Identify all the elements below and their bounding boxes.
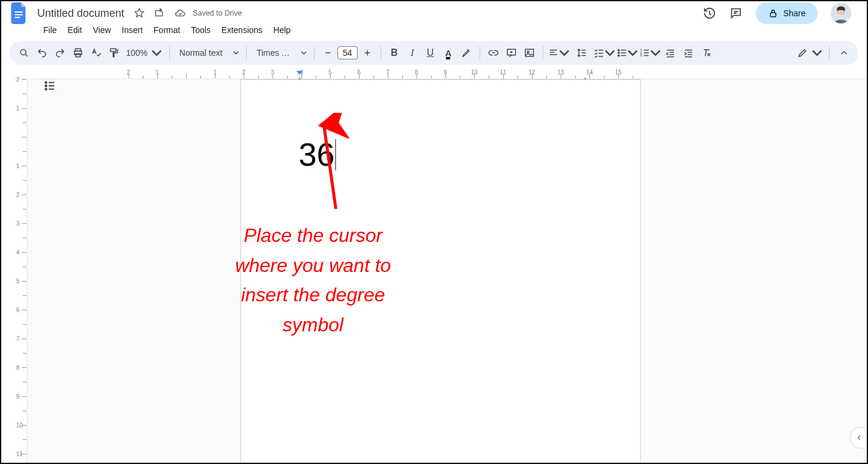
document-title[interactable]: Untitled document	[34, 7, 128, 20]
svg-point-22	[45, 88, 47, 90]
line-spacing-dropdown[interactable]	[571, 44, 592, 61]
svg-point-16	[618, 55, 619, 56]
svg-rect-3	[770, 13, 776, 17]
account-avatar[interactable]	[831, 3, 851, 23]
menu-bar: File Edit View Insert Format Tools Exten…	[1, 22, 867, 41]
insert-link-button[interactable]	[485, 44, 502, 61]
menu-file[interactable]: File	[38, 23, 62, 37]
checklist-dropdown[interactable]	[594, 44, 615, 61]
menu-extensions[interactable]: Extensions	[217, 23, 267, 37]
document-page[interactable]: 36 Place the cursor where you want to in…	[241, 79, 641, 464]
menu-format[interactable]: Format	[149, 23, 185, 37]
svg-rect-2	[15, 17, 20, 18]
horizontal-ruler[interactable]: 21123456789101112131415	[14, 70, 867, 79]
svg-rect-10	[110, 49, 116, 52]
move-icon[interactable]	[154, 8, 165, 19]
star-icon[interactable]	[134, 8, 145, 19]
search-menus-icon[interactable]	[16, 44, 32, 61]
svg-point-21	[45, 85, 47, 87]
annotation-line-2: where you want to	[193, 251, 433, 281]
zoom-dropdown[interactable]: 100%	[124, 44, 164, 61]
history-icon[interactable]	[703, 7, 716, 20]
clear-formatting-button[interactable]	[698, 44, 715, 61]
hide-side-panel-button[interactable]	[850, 427, 867, 448]
menu-insert[interactable]: Insert	[117, 23, 148, 37]
cloud-saved-icon[interactable]	[175, 8, 185, 19]
svg-rect-12	[525, 49, 534, 56]
menu-edit[interactable]: Edit	[63, 23, 87, 37]
undo-icon[interactable]	[34, 44, 50, 61]
italic-button[interactable]: I	[404, 44, 421, 61]
svg-rect-0	[15, 11, 23, 13]
annotation-line-3: insert the degree	[193, 280, 433, 310]
align-dropdown[interactable]	[548, 44, 570, 61]
paint-format-icon[interactable]	[106, 44, 122, 61]
svg-point-14	[618, 49, 619, 50]
underline-button[interactable]: U	[422, 44, 439, 61]
share-label: Share	[783, 8, 806, 18]
docs-logo[interactable]	[7, 1, 31, 25]
zoom-value: 100%	[126, 48, 148, 58]
annotation-line-1: Place the cursor	[193, 221, 433, 251]
spellcheck-icon[interactable]	[88, 44, 104, 61]
collapse-toolbar-button[interactable]	[836, 44, 852, 61]
editing-mode-dropdown[interactable]	[797, 44, 823, 61]
text-color-button[interactable]: A	[440, 44, 457, 61]
increase-font-size-button[interactable]	[359, 44, 376, 61]
highlight-color-button[interactable]	[458, 44, 475, 61]
print-icon[interactable]	[70, 44, 86, 61]
menu-view[interactable]: View	[88, 23, 116, 37]
annotation-line-4: symbol	[193, 310, 433, 340]
font-family-value: Times …	[256, 48, 289, 58]
decrease-font-size-button[interactable]	[319, 44, 336, 61]
share-button[interactable]: Share	[756, 2, 818, 24]
svg-point-15	[618, 52, 619, 53]
vertical-ruler[interactable]: 2112345678910111213	[14, 79, 28, 464]
comments-icon[interactable]	[729, 7, 743, 20]
annotation-text: Place the cursor where you want to inser…	[193, 221, 433, 340]
numbered-list-dropdown[interactable]: 123	[639, 44, 661, 61]
svg-rect-1	[15, 14, 23, 16]
decrease-indent-button[interactable]	[662, 44, 679, 61]
svg-text:3: 3	[640, 53, 642, 57]
increase-indent-button[interactable]	[680, 44, 697, 61]
paragraph-style-dropdown[interactable]: Normal text	[175, 48, 242, 58]
annotation-arrow	[277, 113, 349, 215]
paragraph-style-value: Normal text	[179, 48, 223, 58]
bulleted-list-dropdown[interactable]	[616, 44, 638, 61]
add-comment-button[interactable]	[503, 44, 520, 61]
toolbar: 100% Normal text Times … 54 B I U A 123	[10, 41, 858, 65]
svg-point-20	[45, 82, 47, 83]
svg-point-13	[527, 51, 529, 53]
svg-point-6	[20, 49, 26, 55]
bold-button[interactable]: B	[386, 44, 403, 61]
menu-help[interactable]: Help	[268, 23, 295, 37]
menu-tools[interactable]: Tools	[186, 23, 215, 37]
insert-image-button[interactable]	[521, 44, 538, 61]
font-size-input[interactable]: 54	[337, 46, 358, 59]
redo-icon[interactable]	[52, 44, 68, 61]
save-status: Saved to Drive	[193, 9, 242, 17]
font-family-dropdown[interactable]: Times …	[252, 48, 309, 58]
